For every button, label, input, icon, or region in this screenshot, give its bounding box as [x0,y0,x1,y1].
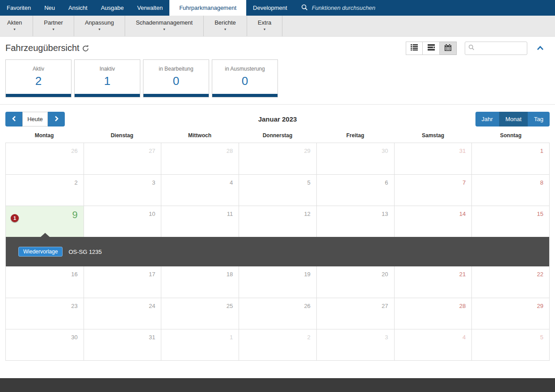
calendar-day-cell[interactable]: 7 [394,175,472,206]
calendar-day-cell[interactable]: 27 [316,298,394,329]
day-number: 4 [462,334,466,341]
event-tag-wiedervorlage[interactable]: Wiedervorlage [18,247,63,257]
day-number: 21 [459,271,466,278]
calendar-day-cell[interactable]: 28 [161,143,239,174]
topnav-item-development[interactable]: Development [246,0,294,16]
refresh-button[interactable] [82,45,89,54]
weekday-header-freitag: Freitag [316,132,394,139]
day-number: 29 [304,148,310,154]
calendar-day-cell[interactable]: 19 [239,266,316,298]
calendar-day-cell[interactable]: 2 [239,329,316,360]
function-search-placeholder: Funktionen durchsuchen [312,4,375,11]
collapse-panel-button[interactable] [537,44,544,52]
status-card-label: Aktiv [6,66,71,72]
status-card-in-bearbeitung[interactable]: in Bearbeitung0 [143,59,209,97]
status-card-bar [6,94,71,97]
status-card-inaktiv[interactable]: Inaktiv1 [74,59,140,97]
day-number: 2 [74,179,77,186]
calendar-day-cell[interactable]: 5 [239,175,316,206]
topnav-tab-fuhrparkmanagement[interactable]: Fuhrparkmanagement [169,0,246,16]
menu-item-berichte[interactable]: Berichte▾ [204,16,247,36]
today-button[interactable]: Heute [22,112,48,126]
menu-item-label: Akten [7,19,22,26]
calendar-day-cell[interactable]: 10 [84,206,161,237]
calendar-day-cell[interactable]: 31 [394,143,472,174]
calendar-day-cell[interactable]: 1 [161,329,239,360]
calendar-day-cell[interactable]: 4 [161,175,239,206]
calendar-day-cell[interactable]: 28 [394,298,472,329]
calendar-day-cell[interactable]: 24 [84,298,161,329]
event-vehicle-label[interactable]: OS-SG 1235 [68,249,101,255]
calendar-day-cell[interactable]: 20 [316,266,394,298]
detail-view-button[interactable] [423,42,440,55]
topnav-item-verwalten[interactable]: Verwalten [130,0,169,16]
menu-item-partner[interactable]: Partner▾ [33,16,74,36]
calendar-day-cell[interactable]: 30 [6,329,84,360]
search-input[interactable] [477,45,524,52]
calendar-day-cell[interactable]: 12 [239,206,316,237]
calendar-day-cell[interactable]: 19 [6,206,84,237]
calendar-day-cell[interactable]: 29 [239,143,316,174]
topnav-item-favoriten[interactable]: Favoriten [0,0,38,16]
menu-item-akten[interactable]: Akten▾ [0,16,33,36]
menu-item-extra[interactable]: Extra▾ [247,16,282,36]
calendar-day-cell[interactable]: 6 [316,175,394,206]
calendar-search-field[interactable] [465,42,527,55]
menu-item-schadenmanagement[interactable]: Schadenmanagement▾ [125,16,204,36]
calendar-day-cell[interactable]: 26 [239,298,316,329]
day-number: 27 [149,148,155,154]
day-number: 5 [307,179,311,186]
topnav-items: FavoritenNeuAnsichtAusgabeVerwalten [0,0,169,16]
day-number: 11 [227,211,233,217]
next-month-button[interactable] [48,112,65,126]
calendar-day-cell[interactable]: 3 [84,175,161,206]
calendar-day-cell[interactable]: 8 [471,175,549,206]
calendar-day-cell[interactable]: 23 [6,298,84,329]
calendar-day-cell[interactable]: 2 [6,175,84,206]
calendar-day-cell[interactable]: 21 [394,266,472,298]
calendar-day-cell[interactable]: 3 [316,329,394,360]
calendar-day-cell[interactable]: 18 [161,266,239,298]
function-search[interactable]: Funktionen durchsuchen [301,0,375,16]
calendar-day-cell[interactable]: 14 [394,206,472,237]
previous-month-button[interactable] [5,112,22,126]
menu-item-anpassung[interactable]: Anpassung▾ [74,16,125,36]
detail-view-icon [428,44,435,52]
calendar-day-cell[interactable]: 11 [161,206,239,237]
calendar-day-cell[interactable]: 31 [84,329,161,360]
calendar-day-cell[interactable]: 16 [6,266,84,298]
view-button-monat[interactable]: Monat [499,112,528,126]
view-button-jahr[interactable]: Jahr [475,112,499,126]
calendar-day-cell[interactable]: 15 [471,206,549,237]
calendar-week-row: 23242526272829 [6,298,549,329]
calendar-day-cell[interactable]: 13 [316,206,394,237]
calendar-day-cell[interactable]: 26 [6,143,84,174]
calendar-day-cell[interactable]: 25 [161,298,239,329]
list-view-button[interactable] [406,42,423,55]
search-icon [468,44,475,52]
calendar-day-cell[interactable]: 17 [84,266,161,298]
calendar-day-cell[interactable]: 5 [471,329,549,360]
calendar-day-cell[interactable]: 30 [316,143,394,174]
calendar-day-cell[interactable]: 22 [471,266,549,298]
chevron-down-icon: ▾ [264,28,265,31]
status-card-aktiv[interactable]: Aktiv2 [5,59,71,97]
calendar-day-cell[interactable]: 29 [471,298,549,329]
topnav-item-ausgabe[interactable]: Ausgabe [94,0,130,16]
calendar-view-button[interactable] [440,42,457,55]
topnav-item-ansicht[interactable]: Ansicht [62,0,94,16]
day-number: 16 [71,271,77,278]
calendar-day-cell[interactable]: 4 [394,329,472,360]
calendar-day-cell[interactable]: 27 [84,143,161,174]
chevron-right-icon [55,116,59,123]
day-number: 9 [72,209,77,221]
topnav-item-neu[interactable]: Neu [38,0,62,16]
day-number: 30 [71,334,77,341]
status-card-in-ausmusterung[interactable]: in Ausmusterung0 [212,59,278,97]
weekday-header-sonntag: Sonntag [472,132,550,139]
day-number: 17 [149,271,155,278]
day-number: 13 [382,211,388,217]
calendar-day-cell[interactable]: 1 [471,143,549,174]
day-number: 18 [227,271,233,278]
view-button-tag[interactable]: Tag [528,112,550,126]
